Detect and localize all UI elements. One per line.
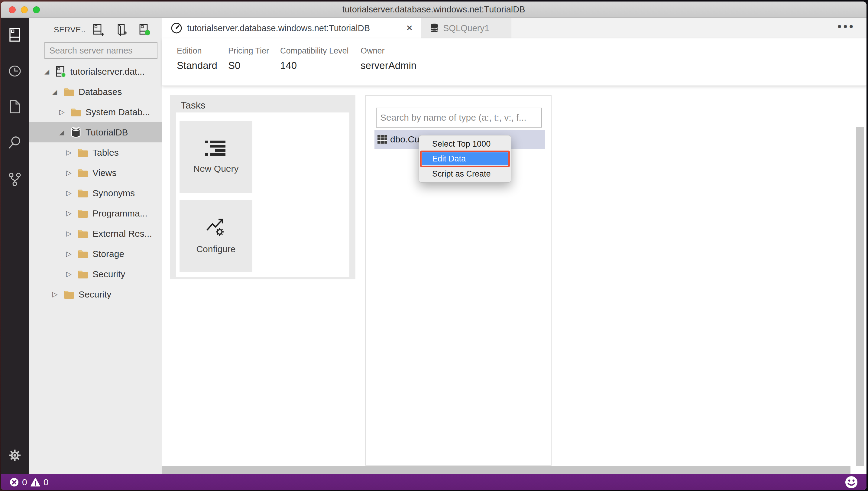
tree-item-databases[interactable]: Databases — [29, 82, 162, 102]
activity-source-control[interactable] — [1, 165, 29, 194]
title-bar[interactable]: tutorialserver.database.windows.net:Tuto… — [1, 1, 867, 18]
property-value: S0 — [228, 60, 280, 71]
database-file-icon — [430, 23, 439, 33]
tree-item-label: Databases — [79, 87, 122, 97]
folder-icon — [77, 249, 89, 259]
tree-item-views[interactable]: Views — [29, 163, 162, 183]
twisty-collapsed-icon[interactable] — [66, 189, 77, 197]
more-actions-button[interactable]: ••• — [837, 20, 855, 33]
tree-item-label: Tables — [92, 148, 119, 158]
app-window: tutorialserver.database.windows.net:Tuto… — [1, 1, 867, 490]
horizontal-scrollbar[interactable] — [162, 466, 850, 474]
activity-explorer[interactable] — [1, 92, 29, 121]
twisty-collapsed-icon[interactable] — [66, 148, 77, 156]
folder-icon — [70, 107, 82, 117]
tab-label: tutorialserver.database.windows.net:Tuto… — [187, 23, 370, 33]
activity-task-history[interactable] — [1, 57, 29, 86]
twisty-collapsed-icon[interactable] — [66, 270, 77, 278]
dashboard-body: Tasks — [162, 86, 867, 474]
smiley-icon — [845, 475, 858, 489]
configure-label: Configure — [196, 244, 235, 254]
add-server-icon — [92, 23, 104, 36]
tree-item-server[interactable]: tutorialserver.dat... — [29, 61, 162, 82]
object-row-label: dbo.Cu — [390, 134, 419, 145]
activity-search[interactable] — [1, 128, 29, 157]
object-search-input[interactable] — [377, 113, 541, 123]
server-search-box: ✕ — [44, 42, 157, 59]
servers-tree: tutorialserver.dat... Databases — [29, 61, 162, 305]
tree-item-label: Storage — [92, 249, 124, 259]
tab-dashboard[interactable]: tutorialserver.database.windows.net:Tuto… — [162, 18, 421, 38]
twisty-collapsed-icon[interactable] — [66, 250, 77, 258]
new-query-icon — [205, 140, 228, 157]
close-window-button[interactable] — [9, 6, 16, 13]
folder-icon — [77, 148, 89, 157]
gear-icon — [7, 448, 22, 463]
dashboard-header: Edition Standard Pricing Tier S0 Compati… — [162, 38, 867, 86]
property-edition: Edition Standard — [177, 46, 228, 86]
server-search-input[interactable] — [45, 46, 166, 56]
configure-button[interactable]: Configure — [180, 200, 252, 272]
property-label: Owner — [361, 46, 416, 56]
tree-item-label: Programma... — [92, 208, 148, 219]
tree-item-label: Synonyms — [92, 188, 135, 198]
tasks-widget: Tasks — [170, 95, 355, 279]
problems-indicator[interactable]: 0 0 — [9, 477, 48, 487]
active-connections-button[interactable] — [138, 23, 150, 36]
new-connection-button[interactable] — [92, 23, 104, 36]
twisty-collapsed-icon[interactable] — [52, 290, 63, 298]
tree-item-security-server[interactable]: Security — [29, 284, 162, 305]
property-pricing-tier: Pricing Tier S0 — [228, 46, 280, 86]
context-menu: Select Top 1000 Edit Data Script as Crea… — [419, 135, 511, 183]
tab-sqlquery1[interactable]: SQLQuery1 — [421, 18, 511, 38]
tree-item-label: Security — [79, 289, 111, 299]
minimize-window-button[interactable] — [21, 6, 28, 13]
menu-item-edit-data[interactable]: Edit Data — [422, 152, 508, 165]
activity-servers[interactable] — [1, 20, 29, 49]
tree-item-tables[interactable]: Tables — [29, 142, 162, 163]
new-server-group-button[interactable] — [115, 23, 127, 36]
folder-icon — [77, 189, 89, 198]
twisty-expanded-icon[interactable] — [52, 88, 63, 95]
vertical-scrollbar[interactable] — [856, 127, 864, 466]
menu-item-select-top-1000[interactable]: Select Top 1000 — [419, 137, 511, 150]
tree-item-storage[interactable]: Storage — [29, 244, 162, 264]
folder-icon — [63, 87, 74, 97]
tree-item-external-resources[interactable]: External Res... — [29, 224, 162, 244]
window-title: tutorialserver.database.windows.net:Tuto… — [342, 4, 525, 15]
error-count: 0 — [22, 477, 27, 487]
folder-icon — [77, 168, 89, 178]
twisty-expanded-icon[interactable] — [59, 129, 70, 136]
twisty-collapsed-icon[interactable] — [66, 209, 77, 218]
folder-icon — [77, 209, 89, 218]
tree-item-system-databases[interactable]: System Datab... — [29, 102, 162, 122]
new-query-label: New Query — [193, 164, 238, 174]
tree-item-label: External Res... — [92, 229, 152, 239]
tree-item-label: System Datab... — [86, 107, 150, 117]
twisty-expanded-icon[interactable] — [44, 68, 55, 75]
twisty-collapsed-icon[interactable] — [59, 108, 70, 116]
new-query-button[interactable]: New Query — [180, 121, 252, 193]
zoom-window-button[interactable] — [33, 6, 40, 13]
status-bar: 0 0 — [1, 474, 867, 490]
property-owner: Owner serverAdmin — [361, 46, 416, 86]
activity-settings[interactable] — [1, 441, 29, 470]
property-value: serverAdmin — [361, 60, 416, 71]
close-tab-icon[interactable]: ✕ — [404, 23, 415, 33]
tasks-widget-inner: New Query — [176, 113, 349, 277]
twisty-collapsed-icon[interactable] — [66, 229, 77, 238]
server-active-icon — [138, 23, 150, 36]
tree-item-security-db[interactable]: Security — [29, 264, 162, 284]
tree-item-programmability[interactable]: Programma... — [29, 203, 162, 224]
menu-item-script-as-create[interactable]: Script as Create — [419, 167, 511, 180]
object-search-box — [376, 108, 542, 127]
add-group-icon — [115, 23, 127, 36]
tree-item-synonyms[interactable]: Synonyms — [29, 183, 162, 203]
tree-item-tutorialdb[interactable]: TutorialDB — [29, 122, 162, 142]
property-compatibility-level: Compatibility Level 140 — [280, 46, 361, 86]
feedback-smiley-button[interactable] — [845, 475, 858, 489]
twisty-collapsed-icon[interactable] — [66, 169, 77, 177]
tasks-widget-title: Tasks — [170, 95, 355, 111]
folder-icon — [77, 229, 89, 238]
tree-item-label: Views — [92, 168, 116, 178]
